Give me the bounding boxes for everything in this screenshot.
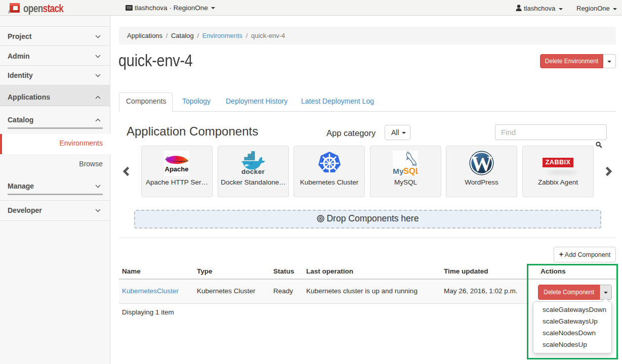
svg-text:My: My [393,167,404,175]
svg-text:docker: docker [241,168,265,175]
svg-text:W: W [471,152,492,175]
svg-text:SQL: SQL [403,166,418,175]
svg-text:Apache: Apache [165,165,189,173]
